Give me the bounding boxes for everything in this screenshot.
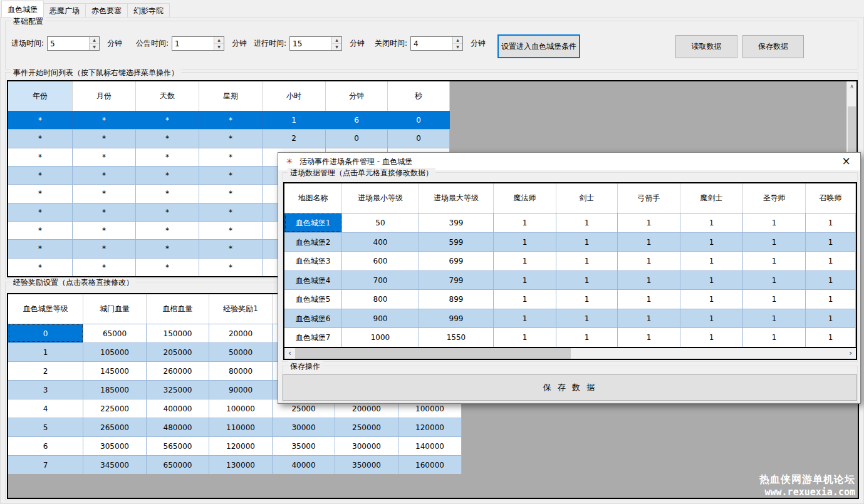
table-cell[interactable]: 1 [680, 251, 743, 270]
table-cell[interactable]: * [73, 239, 136, 257]
table-cell[interactable]: 血色城堡5 [284, 289, 342, 309]
table-cell[interactable]: 105000 [83, 342, 147, 361]
table-cell[interactable]: 100000 [209, 399, 273, 418]
column-header[interactable]: 星期 [199, 81, 263, 111]
table-cell[interactable]: 0 [326, 129, 388, 147]
spin-up-icon[interactable]: ▲ [90, 37, 99, 44]
table-cell[interactable]: 1 [494, 232, 556, 252]
table-cell[interactable]: 1 [556, 213, 618, 232]
table-cell[interactable]: 50 [342, 213, 419, 232]
column-header[interactable]: 天数 [136, 81, 199, 111]
table-cell[interactable]: 1 [618, 327, 680, 347]
table-cell[interactable]: 140000 [398, 436, 462, 455]
table-cell[interactable]: 1 [618, 251, 680, 270]
table-cell[interactable]: 50000 [209, 342, 273, 361]
table-cell[interactable]: 650000 [147, 455, 209, 474]
table-cell[interactable]: 1 [743, 232, 806, 252]
close-time-input[interactable]: ▲ ▼ [410, 36, 463, 51]
entry-table-hscrollbar[interactable]: ‹ › [283, 348, 857, 360]
table-cell[interactable]: * [199, 129, 263, 147]
table-cell[interactable]: 2 [263, 129, 326, 147]
table-cell[interactable]: * [8, 166, 73, 184]
table-cell[interactable]: 0 [8, 324, 83, 342]
table-cell[interactable]: 225000 [83, 399, 147, 418]
table-cell[interactable]: 3 [8, 380, 83, 399]
table-cell[interactable]: 1 [806, 289, 856, 309]
table-cell[interactable]: 血色城堡2 [284, 232, 342, 252]
table-cell[interactable]: 1 [556, 309, 618, 328]
table-cell[interactable]: 1 [556, 251, 618, 270]
table-cell[interactable]: 6 [8, 436, 83, 455]
entry-time-value[interactable] [48, 37, 89, 50]
table-cell[interactable]: 400000 [147, 399, 209, 418]
table-cell[interactable]: 0 [388, 111, 450, 129]
table-cell[interactable]: * [199, 166, 263, 184]
table-cell[interactable]: 1 [494, 213, 556, 232]
table-cell[interactable]: 1 [494, 251, 556, 270]
table-cell[interactable]: * [199, 184, 263, 202]
column-header[interactable]: 地图名称 [284, 183, 342, 213]
table-cell[interactable]: 5 [8, 418, 83, 436]
column-header[interactable]: 血色城堡等级 [8, 294, 83, 324]
table-cell[interactable]: 145000 [83, 361, 147, 380]
table-cell[interactable]: 1000 [342, 327, 419, 347]
tab-blood-castle[interactable]: 血色城堡 [1, 1, 44, 17]
table-cell[interactable]: * [199, 221, 263, 239]
table-cell[interactable]: 205000 [147, 342, 209, 361]
table-cell[interactable]: 325000 [147, 380, 209, 399]
table-cell[interactable]: 1 [680, 309, 743, 328]
table-cell[interactable]: * [8, 148, 73, 166]
table-cell[interactable]: 1 [618, 270, 680, 290]
column-header[interactable]: 小时 [263, 81, 326, 111]
table-cell[interactable]: * [136, 258, 199, 276]
table-cell[interactable]: 1 [743, 270, 806, 290]
table-cell[interactable]: 1 [556, 232, 618, 252]
table-cell[interactable]: 400 [342, 232, 419, 252]
table-cell[interactable]: 1 [494, 309, 556, 328]
table-cell[interactable]: 350000 [335, 455, 398, 474]
table-cell[interactable]: 血色城堡1 [284, 213, 342, 232]
table-cell[interactable]: * [136, 148, 199, 166]
table-cell[interactable]: * [8, 258, 73, 276]
table-cell[interactable]: * [199, 148, 263, 166]
table-cell[interactable]: * [199, 258, 263, 276]
table-cell[interactable]: 799 [419, 270, 494, 290]
scroll-up-icon[interactable]: ∧ [847, 81, 856, 91]
table-cell[interactable]: 1 [743, 327, 806, 347]
table-cell[interactable]: * [199, 111, 263, 129]
table-cell[interactable]: 480000 [147, 418, 209, 436]
table-cell[interactable]: * [73, 203, 136, 221]
column-header[interactable]: 月份 [73, 81, 136, 111]
table-cell[interactable]: * [73, 148, 136, 166]
table-cell[interactable]: 1 [743, 289, 806, 309]
table-cell[interactable]: 1 [556, 270, 618, 290]
table-cell[interactable]: 120000 [398, 418, 462, 436]
save-data-button[interactable]: 保存数据 [742, 35, 804, 58]
table-cell[interactable]: * [8, 239, 73, 257]
spin-up-icon[interactable]: ▲ [214, 37, 224, 44]
table-cell[interactable]: 345000 [83, 455, 147, 474]
scroll-right-icon[interactable]: › [845, 348, 856, 359]
column-header[interactable]: 血棺血量 [147, 294, 209, 324]
table-cell[interactable]: * [136, 111, 199, 129]
table-cell[interactable]: 血色城堡7 [284, 327, 342, 347]
table-cell[interactable]: * [199, 239, 263, 257]
table-cell[interactable]: 1 [806, 309, 856, 328]
column-header[interactable]: 魔剑士 [680, 183, 743, 213]
hscroll-thumb[interactable] [295, 348, 571, 359]
close-time-value[interactable] [411, 37, 452, 50]
column-header[interactable]: 秒 [388, 81, 450, 111]
table-cell[interactable]: 130000 [209, 455, 273, 474]
set-entry-condition-button[interactable]: 设置进入血色城堡条件 [497, 34, 580, 58]
table-cell[interactable]: 300000 [335, 436, 398, 455]
table-cell[interactable]: 2 [8, 361, 83, 380]
column-header[interactable]: 年份 [8, 81, 73, 111]
table-cell[interactable]: 899 [419, 289, 494, 309]
table-cell[interactable]: 1 [680, 289, 743, 309]
column-header[interactable]: 弓箭手 [618, 183, 680, 213]
table-cell[interactable]: 1 [556, 327, 618, 347]
column-header[interactable]: 分钟 [326, 81, 388, 111]
table-cell[interactable]: 1 [743, 251, 806, 270]
read-data-button[interactable]: 读取数据 [675, 35, 737, 58]
table-cell[interactable]: * [8, 129, 73, 147]
